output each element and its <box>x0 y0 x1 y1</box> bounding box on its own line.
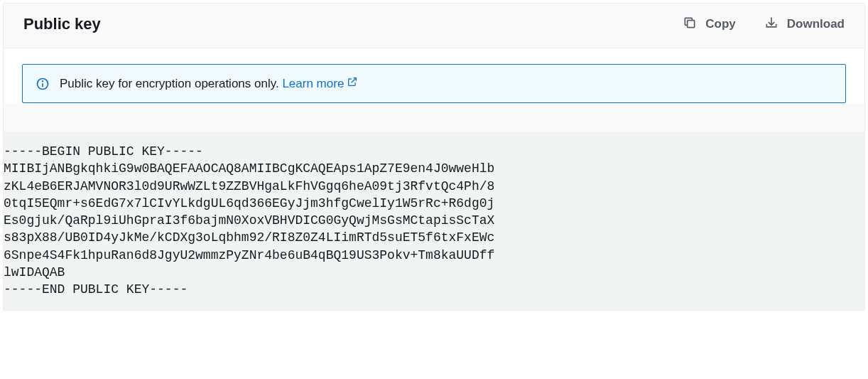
download-icon <box>764 16 779 33</box>
external-link-icon <box>347 76 358 91</box>
public-key-panel: Public key Copy Download Public key fo <box>3 3 865 311</box>
page-title: Public key <box>23 15 101 33</box>
alert-text: Public key for encryption operations onl… <box>60 76 358 91</box>
panel-actions: Copy Download <box>683 16 845 33</box>
copy-button[interactable]: Copy <box>683 16 736 33</box>
learn-more-label: Learn more <box>282 77 344 91</box>
download-label: Download <box>787 17 845 31</box>
copy-icon <box>683 16 697 33</box>
info-alert: Public key for encryption operations onl… <box>22 64 846 103</box>
learn-more-link[interactable]: Learn more <box>282 76 358 91</box>
download-button[interactable]: Download <box>764 16 845 33</box>
panel-body: Public key for encryption operations onl… <box>4 48 864 103</box>
svg-rect-0 <box>688 20 695 27</box>
alert-message: Public key for encryption operations onl… <box>60 77 282 90</box>
info-icon <box>36 77 50 91</box>
public-key-content: -----BEGIN PUBLIC KEY----- MIIBIjANBgkqh… <box>4 132 864 310</box>
svg-point-3 <box>43 80 43 81</box>
copy-label: Copy <box>705 17 736 31</box>
panel-header: Public key Copy Download <box>4 4 864 48</box>
